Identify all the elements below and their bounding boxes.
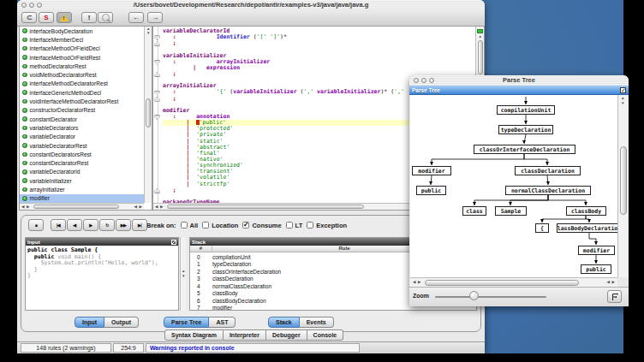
stop-button[interactable]: ■	[28, 219, 44, 231]
tree-node-compilationUnit[interactable]: compilationUnit	[497, 105, 555, 115]
tab-syntax-diagram[interactable]: Syntax Diagram	[164, 329, 224, 341]
find-icon[interactable]	[98, 12, 113, 23]
tree-node-modifier[interactable]: modifier	[412, 166, 451, 175]
tab-interpreter[interactable]: Interpreter	[224, 329, 266, 341]
rule-start-marker[interactable]	[154, 60, 160, 65]
tree-node-modifier[interactable]: modifier	[578, 246, 615, 255]
rule-item-interfaceMethodOrFieldDecl[interactable]: interfaceMethodOrFieldDecl	[20, 45, 145, 53]
checkbox-location[interactable]	[202, 222, 209, 228]
rule-item-constantDeclaratorsRest[interactable]: constantDeclaratorsRest	[20, 150, 145, 158]
rule-end-marker[interactable]	[154, 188, 160, 193]
tree-node-public[interactable]: public	[581, 264, 611, 274]
rule-sidebar: interfaceBodyDeclarationinterfaceMemberD…	[19, 26, 152, 211]
rule-item-voidInterfaceMethodDeclaratorRest[interactable]: voidInterfaceMethodDeclaratorRest	[20, 97, 145, 105]
tree-node-normalClassDeclaration[interactable]: normalClassDeclaration	[505, 186, 591, 195]
rule-start-marker[interactable]	[154, 115, 160, 120]
rule-item-constructorDeclaratorRest[interactable]: constructorDeclaratorRest	[20, 106, 145, 115]
detach-checkbox-icon[interactable]: ✓	[620, 87, 626, 93]
tab-debugger[interactable]: Debugger	[266, 329, 307, 341]
tree-node-Sample[interactable]: Sample	[495, 206, 527, 216]
rule-item-arrayInitializer[interactable]: arrayInitializer	[20, 185, 145, 193]
tab-console[interactable]: Console	[307, 329, 344, 341]
rule-icon	[22, 134, 27, 139]
rule-item-voidMethodDeclaratorRest[interactable]: voidMethodDeclaratorRest	[20, 70, 145, 79]
parse-tree-canvas[interactable]: compilationUnittypeDeclarationclassOrInt…	[410, 95, 617, 277]
grammar-icon[interactable]: ⊂	[21, 12, 37, 23]
input-code[interactable]: public class Sample { public void main()…	[27, 247, 176, 309]
rule-icon	[22, 178, 27, 183]
rule-item-constantDeclarator[interactable]: constantDeclarator	[20, 115, 145, 123]
detach-icon[interactable]	[171, 240, 176, 245]
rule-item-variableDeclaratorId[interactable]: variableDeclaratorId	[20, 168, 145, 176]
go-to-end-button[interactable]: ▶|	[132, 219, 147, 231]
tab-events[interactable]: Events	[300, 317, 334, 328]
tree-node-classDeclaration[interactable]: classDeclaration	[515, 166, 581, 175]
code-line: | expression	[163, 65, 475, 71]
checkbox-lt[interactable]	[286, 222, 293, 228]
syntax-diagram-icon[interactable]: S	[39, 12, 54, 23]
zoom-slider-track[interactable]	[435, 296, 546, 298]
step-over-button[interactable]: ↻	[99, 219, 115, 231]
parse-tree-vertical-scrollbar[interactable]: ▲ ▼	[617, 95, 628, 277]
tab-parse-tree[interactable]: Parse Tree	[164, 317, 209, 328]
tab-output[interactable]: Output	[104, 317, 139, 328]
checkbox-exception[interactable]	[307, 222, 313, 228]
rule-item-methodDeclaratorRest[interactable]: methodDeclaratorRest	[20, 62, 145, 70]
zoom-slider-thumb[interactable]	[469, 291, 479, 300]
rule-end-marker[interactable]	[154, 72, 160, 77]
tree-node-typeDeclaration[interactable]: typeDeclaration	[498, 125, 553, 134]
status-bar: 148 rules (2 warnings) 254:9 Warnings re…	[17, 341, 485, 353]
parse-tree-horizontal-scrollbar[interactable]: ◀ ▶ ◀ ▶	[410, 277, 617, 287]
rule-item-constantDeclaratorRest[interactable]: constantDeclaratorRest	[20, 158, 145, 167]
rule-icon	[22, 90, 27, 95]
rule-item-interfaceMethodOrFieldRest[interactable]: interfaceMethodOrFieldRest	[20, 53, 145, 62]
rule-start-marker[interactable]	[154, 91, 160, 96]
rule-item-modifier[interactable]: modifier	[20, 194, 145, 203]
checkbox-all[interactable]	[181, 222, 188, 228]
rule-item-interfaceBodyDeclaration[interactable]: interfaceBodyDeclaration	[20, 27, 145, 35]
rule-end-marker[interactable]	[154, 97, 160, 102]
parse-tree-window-title: Parse Tree	[409, 76, 629, 84]
rule-list: interfaceBodyDeclarationinterfaceMemberD…	[20, 27, 145, 203]
fast-forward-button[interactable]: ▶▶	[116, 219, 131, 231]
rule-item-interfaceMemberDecl[interactable]: interfaceMemberDecl	[20, 35, 145, 44]
rule-item-variableDeclarator[interactable]: variableDeclarator	[20, 133, 145, 141]
sidebar-vertical-scrollbar[interactable]: ▲ ▼	[144, 27, 152, 203]
input-panel-header: Input	[26, 238, 178, 246]
rule-start-marker[interactable]	[154, 35, 160, 40]
rule-end-marker[interactable]	[154, 41, 160, 46]
tab-stack[interactable]: Stack	[268, 317, 300, 328]
check-grammar-icon[interactable]: !	[81, 12, 97, 23]
rule-item-interfaceGenericMethodDecl[interactable]: interfaceGenericMethodDecl	[20, 88, 145, 97]
rule-item-variableDeclaratorRest[interactable]: variableDeclaratorRest	[20, 141, 145, 150]
step-forward-button[interactable]: ▶	[83, 219, 98, 231]
tab-input[interactable]: Input	[75, 317, 104, 328]
tree-node-classBodyDeclaration[interactable]: classBodyDeclaration	[557, 223, 617, 233]
rule-icon	[22, 55, 27, 60]
parse-tree-zoom-bar: Zoom	[409, 287, 629, 306]
code-line: ;	[163, 40, 475, 46]
tree-node-brace[interactable]: {	[535, 223, 549, 233]
tree-node-classBody[interactable]: classBody	[566, 206, 606, 216]
tree-node-class[interactable]: class	[462, 206, 486, 216]
status-message[interactable]: Warnings reported in console	[146, 343, 360, 353]
rule-item-interfaceMethodDeclaratorRest[interactable]: interfaceMethodDeclaratorRest	[20, 80, 145, 88]
go-to-start-button[interactable]: |◀	[51, 219, 66, 231]
input-scrollbar[interactable]: ▲ ▼	[180, 237, 186, 311]
zoom-label: Zoom	[413, 293, 429, 299]
tree-node-public[interactable]: public	[416, 186, 446, 195]
rule-item-variableDeclarators[interactable]: variableDeclarators	[20, 123, 145, 132]
stack-col-number[interactable]: #	[190, 246, 212, 252]
tree-layout-button[interactable]	[607, 290, 622, 303]
sidebar-horizontal-scrollbar[interactable]: ◀ ▶ ◀ ▶	[20, 203, 144, 210]
warning-icon[interactable]: !	[57, 12, 72, 23]
back-icon[interactable]: ←	[128, 12, 144, 23]
step-backward-button[interactable]: ◀	[67, 219, 82, 231]
rule-item-variableInitializer[interactable]: variableInitializer	[20, 176, 145, 185]
caret-position: 254:9	[113, 343, 144, 353]
input-panel-title: Input	[27, 240, 40, 245]
checkbox-consume[interactable]: ✓	[242, 222, 249, 228]
tab-ast[interactable]: AST	[209, 317, 236, 328]
forward-icon[interactable]: →	[147, 12, 163, 23]
tree-node-classOrInterfaceDeclaration[interactable]: classOrInterfaceDeclaration	[474, 145, 575, 154]
